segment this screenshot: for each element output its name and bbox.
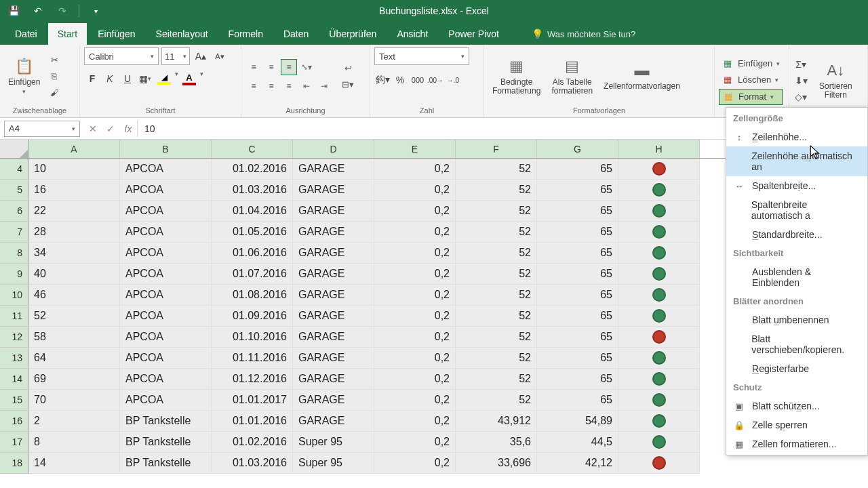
redo-icon[interactable]: ↷: [54, 3, 71, 19]
cell[interactable]: 65: [537, 222, 618, 243]
tab-file[interactable]: Datei: [5, 23, 47, 45]
save-icon[interactable]: 💾: [5, 3, 22, 19]
number-format-select[interactable]: Text ▾: [374, 47, 469, 65]
cell[interactable]: 0,2: [374, 243, 456, 264]
cell[interactable]: 52: [28, 306, 120, 327]
cell[interactable]: 01.10.2016: [212, 327, 293, 348]
cell[interactable]: 2: [28, 411, 120, 432]
cell[interactable]: BP Tankstelle: [120, 411, 212, 432]
cell[interactable]: [618, 264, 700, 285]
align-left-icon[interactable]: ≡: [245, 78, 262, 94]
cell[interactable]: 52: [456, 159, 537, 180]
cell[interactable]: 65: [537, 285, 618, 306]
cell[interactable]: 44,5: [537, 432, 618, 453]
autosum-icon[interactable]: Σ▾: [793, 57, 808, 72]
cell[interactable]: 0,2: [374, 159, 456, 180]
orientation-icon[interactable]: ⤡▾: [298, 59, 315, 75]
cell[interactable]: 43,912: [456, 411, 537, 432]
conditional-formatting-button[interactable]: ▦ Bedingte Formatierung: [488, 56, 545, 97]
align-top-icon[interactable]: ≡: [245, 59, 262, 75]
cell[interactable]: GARAGE: [293, 264, 374, 285]
cell[interactable]: GARAGE: [293, 390, 374, 411]
bold-button[interactable]: F: [84, 70, 100, 87]
align-right-icon[interactable]: ≡: [281, 78, 297, 94]
cell[interactable]: 35,6: [456, 432, 537, 453]
cell[interactable]: GARAGE: [293, 306, 374, 327]
format-as-table-button[interactable]: ▤ Als Tabelle formatieren: [547, 56, 597, 97]
name-box[interactable]: A4 ▾: [4, 121, 80, 137]
cell[interactable]: 0,2: [374, 222, 456, 243]
cell-styles-button[interactable]: ▬ Zellenformatvorlagen: [599, 60, 684, 92]
paste-button[interactable]: 📋 Einfügen ▾: [4, 56, 44, 97]
font-size-select[interactable]: 11 ▾: [161, 47, 190, 65]
cell[interactable]: 0,2: [374, 264, 456, 285]
menu-col-width[interactable]: ↔ Spaltenbreite...: [726, 176, 867, 195]
cell[interactable]: 46: [28, 285, 120, 306]
cell[interactable]: [618, 348, 700, 369]
align-center-icon[interactable]: ≡: [263, 78, 279, 94]
row-header[interactable]: 10: [0, 285, 28, 306]
insert-cells-button[interactable]: ▦ Einfügen ▾: [719, 56, 783, 71]
cell[interactable]: 52: [456, 327, 537, 348]
cell[interactable]: GARAGE: [293, 327, 374, 348]
menu-hide-unhide[interactable]: Ausblenden & Einblenden: [726, 262, 867, 292]
cell[interactable]: [618, 159, 700, 180]
tab-home[interactable]: Start: [48, 23, 87, 45]
row-header[interactable]: 4: [0, 159, 28, 180]
tab-review[interactable]: Überprüfen: [319, 23, 386, 45]
cell[interactable]: 01.12.2016: [212, 369, 293, 390]
increase-indent-icon[interactable]: ⇥: [316, 78, 332, 94]
cell[interactable]: 33,696: [456, 453, 537, 474]
cell[interactable]: APCOA: [120, 285, 212, 306]
fill-color-button[interactable]: ◢: [155, 70, 174, 87]
clear-icon[interactable]: ◇▾: [793, 89, 808, 104]
chevron-down-icon[interactable]: ▾: [175, 70, 178, 87]
align-middle-icon[interactable]: ≡: [263, 59, 279, 75]
cell[interactable]: [618, 432, 700, 453]
merge-center-icon[interactable]: ⊟▾: [340, 77, 355, 92]
cell[interactable]: 0,2: [374, 390, 456, 411]
col-header-B[interactable]: B: [120, 140, 212, 158]
menu-move-sheet[interactable]: Blatt verschieben/kopieren.: [726, 329, 867, 359]
percent-icon[interactable]: %: [392, 72, 408, 88]
cell[interactable]: 01.03.2016: [212, 453, 293, 474]
fill-icon[interactable]: ⬇▾: [793, 73, 808, 88]
cell[interactable]: 58: [28, 327, 120, 348]
cell[interactable]: [618, 327, 700, 348]
cell[interactable]: 65: [537, 264, 618, 285]
menu-std-width[interactable]: Standardbreite...: [726, 225, 867, 244]
cell[interactable]: 8: [28, 432, 120, 453]
col-header-E[interactable]: E: [374, 140, 456, 158]
decrease-indent-icon[interactable]: ⇤: [298, 78, 315, 94]
cut-icon[interactable]: ✂: [47, 53, 62, 68]
copy-icon[interactable]: ⎘: [47, 69, 62, 84]
row-header[interactable]: 16: [0, 411, 28, 432]
delete-cells-button[interactable]: ▦ Löschen ▾: [719, 73, 783, 87]
row-header[interactable]: 6: [0, 201, 28, 222]
cell[interactable]: 34: [28, 243, 120, 264]
col-header-C[interactable]: C: [212, 140, 293, 158]
select-all-corner[interactable]: [0, 140, 28, 159]
cell[interactable]: APCOA: [120, 390, 212, 411]
cell[interactable]: 65: [537, 159, 618, 180]
cell[interactable]: 52: [456, 201, 537, 222]
fx-icon[interactable]: fx: [119, 121, 137, 137]
cell[interactable]: 52: [456, 222, 537, 243]
menu-protect-sheet[interactable]: ▣ Blatt schützen...: [726, 396, 867, 415]
cell[interactable]: 01.04.2016: [212, 201, 293, 222]
cell[interactable]: APCOA: [120, 306, 212, 327]
cell[interactable]: 52: [456, 306, 537, 327]
cell[interactable]: 52: [456, 285, 537, 306]
cell[interactable]: 01.06.2016: [212, 243, 293, 264]
cell[interactable]: 65: [537, 306, 618, 327]
row-header[interactable]: 9: [0, 264, 28, 285]
cell[interactable]: BP Tankstelle: [120, 453, 212, 474]
cell[interactable]: 0,2: [374, 327, 456, 348]
cell[interactable]: GARAGE: [293, 348, 374, 369]
cell[interactable]: APCOA: [120, 369, 212, 390]
menu-tab-color[interactable]: Registerfarbe: [726, 359, 867, 378]
cell[interactable]: 65: [537, 201, 618, 222]
cell[interactable]: 28: [28, 222, 120, 243]
cell[interactable]: APCOA: [120, 327, 212, 348]
row-header[interactable]: 18: [0, 453, 28, 474]
